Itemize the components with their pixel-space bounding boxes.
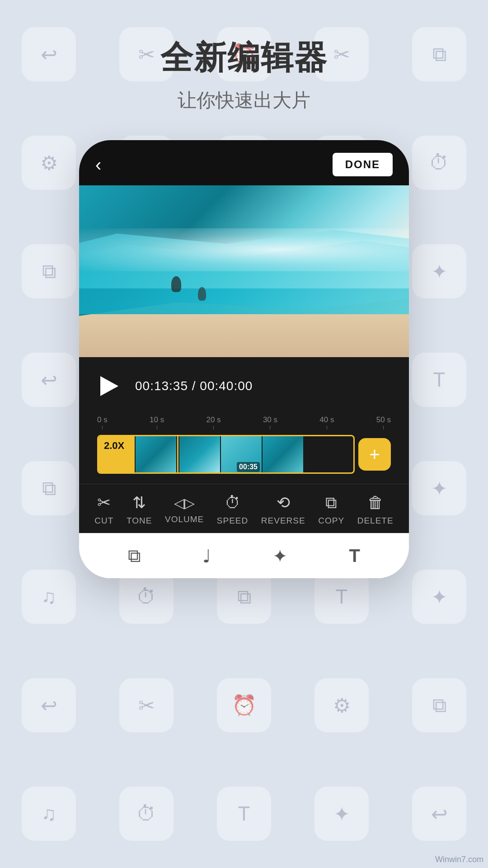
cut-label: CUT: [94, 516, 113, 526]
clip-thumb-1: [136, 435, 176, 474]
bottom-nav: ⧉ ♩ ✦ T: [79, 533, 409, 578]
copy-icon: ⧉: [325, 493, 337, 512]
clip-duration: 00:35: [237, 462, 260, 472]
current-time: 00:13:35: [135, 379, 188, 393]
volume-icon: ◁▷: [174, 495, 195, 511]
surfer-1: [171, 276, 181, 292]
done-button[interactable]: DONE: [333, 153, 393, 176]
nav-text-icon[interactable]: T: [349, 546, 360, 566]
total-time: 00:40:00: [200, 379, 253, 393]
main-content: 全新编辑器 让你快速出大片 ‹ DONE 00:13:35 / 00:40:00: [0, 0, 488, 578]
tool-reverse[interactable]: ⟲ REVERSE: [261, 493, 305, 526]
wave-foam: [79, 228, 409, 271]
back-button[interactable]: ‹: [95, 155, 101, 175]
copy-label: COPY: [318, 516, 344, 526]
tool-delete[interactable]: 🗑 DELETE: [357, 493, 394, 526]
tool-speed[interactable]: ⏱ SPEED: [217, 493, 248, 526]
headline: 全新编辑器: [160, 36, 328, 80]
clip-divider: [177, 435, 178, 474]
ruler-mark: 30 s: [263, 415, 277, 429]
nav-effects-icon[interactable]: ✦: [272, 546, 288, 566]
watermark: Winwin7.com: [435, 855, 483, 864]
clip-speed-label: 2.0X: [99, 436, 135, 472]
volume-label: VOLUME: [165, 514, 204, 524]
add-clip-button[interactable]: +: [358, 438, 391, 471]
speed-label: SPEED: [217, 516, 248, 526]
ruler-mark: 50 s: [376, 415, 391, 429]
clip-thumb-3: 00:35: [221, 435, 262, 474]
timeline-ruler: 0 s10 s20 s30 s40 s50 s: [79, 411, 409, 429]
ruler-mark: 10 s: [150, 415, 164, 429]
subheadline: 让你快速出大片: [178, 88, 310, 113]
video-preview: [79, 185, 409, 357]
tool-cut[interactable]: ✂ CUT: [94, 493, 113, 526]
toolbar: ✂ CUT ⇅ TONE ◁▷ VOLUME ⏱ SPEED ⟲ REVERSE…: [79, 484, 409, 533]
reverse-label: REVERSE: [261, 516, 305, 526]
tool-tone[interactable]: ⇅ TONE: [127, 493, 152, 526]
ruler-mark: 40 s: [319, 415, 334, 429]
clip-thumb-2: [179, 435, 220, 474]
phone-topbar: ‹ DONE: [79, 140, 409, 185]
ruler-mark: 20 s: [206, 415, 221, 429]
phone-mockup: ‹ DONE 00:13:35 / 00:40:00 0 s10 s20 s30…: [79, 140, 409, 578]
tool-copy[interactable]: ⧉ COPY: [318, 493, 344, 526]
clip-thumb-4: [263, 435, 303, 474]
player-area: 00:13:35 / 00:40:00: [79, 357, 409, 411]
delete-icon: 🗑: [367, 493, 384, 512]
tone-label: TONE: [127, 516, 152, 526]
clip-track-area[interactable]: 2.0X 00:35 +: [79, 429, 409, 484]
reverse-icon: ⟲: [277, 493, 290, 512]
speed-icon: ⏱: [225, 493, 241, 512]
ruler-mark: 0 s: [97, 415, 108, 429]
cut-icon: ✂: [97, 493, 111, 512]
clip-strip[interactable]: 2.0X 00:35: [97, 435, 355, 474]
play-button[interactable]: [97, 374, 122, 398]
tool-volume[interactable]: ◁▷ VOLUME: [165, 495, 204, 524]
delete-label: DELETE: [357, 516, 394, 526]
surfer-2: [198, 287, 206, 301]
nav-music-icon[interactable]: ♩: [202, 546, 211, 566]
ruler-marks: 0 s10 s20 s30 s40 s50 s: [97, 415, 391, 429]
nav-clips-icon[interactable]: ⧉: [128, 546, 141, 566]
time-separator: /: [188, 379, 200, 393]
tone-icon: ⇅: [132, 493, 146, 512]
time-display: 00:13:35 / 00:40:00: [135, 379, 253, 393]
play-triangle-icon: [100, 376, 118, 396]
